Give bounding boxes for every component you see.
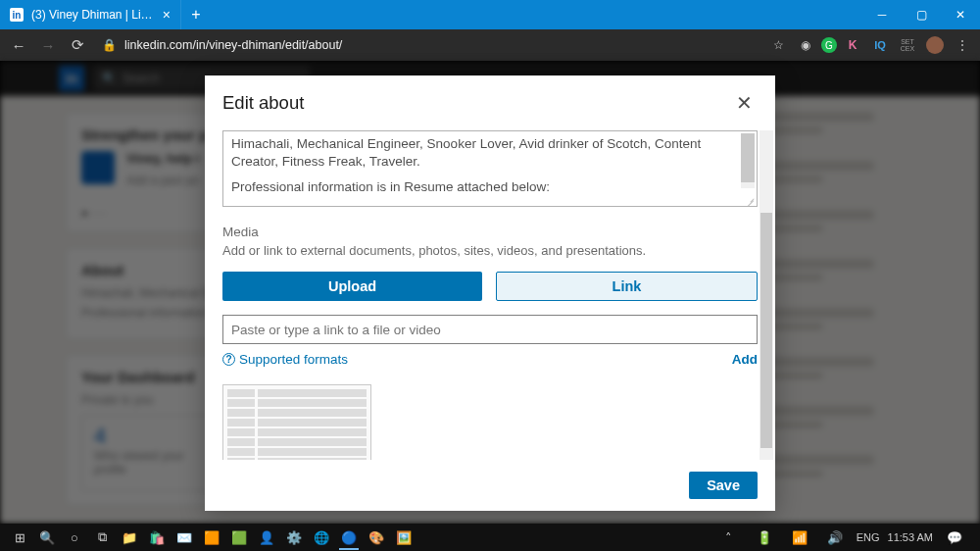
start-button[interactable]: ⊞ — [6, 524, 33, 551]
minimize-button[interactable]: ─ — [862, 0, 902, 29]
upload-button[interactable]: Upload — [222, 272, 482, 301]
browser-menu-icon[interactable]: ⋮ — [951, 33, 974, 57]
summary-text-line2: Professional information is in Resume at… — [231, 178, 737, 196]
cortana-icon[interactable]: ○ — [61, 524, 88, 551]
textarea-resize-handle[interactable] — [743, 192, 757, 206]
photos-icon[interactable]: 🖼️ — [390, 524, 417, 551]
edge-icon[interactable]: 🌐 — [308, 524, 335, 551]
battery-icon[interactable]: 🔋 — [751, 524, 778, 551]
help-icon: ? — [222, 353, 235, 366]
linkedin-favicon: in — [10, 8, 24, 22]
maximize-button[interactable]: ▢ — [902, 0, 941, 29]
system-tray: ˄ 🔋 📶 🔊 ENG 11:53 AM 💬 — [715, 524, 974, 551]
tab-close-icon[interactable]: × — [163, 7, 171, 23]
reload-button[interactable]: ⟳ — [65, 32, 90, 58]
modal-title: Edit about — [222, 92, 304, 114]
settings-icon[interactable]: ⚙️ — [280, 524, 308, 551]
extension-camera-icon[interactable]: ◉ — [794, 33, 817, 57]
store-icon[interactable]: 🛍️ — [143, 524, 171, 551]
tab-title: (3) Viney Dhiman | LinkedIn — [31, 8, 155, 22]
bookmark-star-icon[interactable]: ☆ — [766, 33, 790, 57]
add-link-button[interactable]: Add — [732, 352, 758, 367]
summary-textarea[interactable]: Himachali, Mechanical Engineer, Snooker … — [222, 130, 758, 207]
url-text: linkedin.com/in/viney-dhiman/edit/about/ — [124, 38, 342, 52]
clock[interactable]: 11:53 AM — [888, 531, 933, 543]
extension-iq-icon[interactable]: IQ — [868, 33, 892, 57]
address-bar[interactable]: 🔒 linkedin.com/in/viney-dhiman/edit/abou… — [102, 38, 342, 52]
search-icon[interactable]: 🔍 — [33, 524, 61, 551]
supported-formats-link[interactable]: ? Supported formats — [222, 352, 348, 367]
textarea-scrollbar[interactable] — [741, 133, 755, 188]
window-titlebar: in (3) Viney Dhiman | LinkedIn × + ─ ▢ ✕ — [0, 0, 980, 29]
media-section-subtitle: Add or link to external documents, photo… — [222, 243, 758, 258]
forward-button[interactable]: → — [35, 32, 61, 58]
link-url-input[interactable] — [222, 315, 758, 344]
back-button[interactable]: ← — [6, 32, 31, 58]
file-explorer-icon[interactable]: 📁 — [116, 524, 143, 551]
edit-about-modal: Edit about ✕ Himachali, Mechanical Engin… — [205, 75, 775, 511]
notifications-icon[interactable]: 💬 — [941, 524, 968, 551]
modal-scrollbar[interactable] — [760, 130, 773, 460]
browser-tab[interactable]: in (3) Viney Dhiman | LinkedIn × — [0, 0, 181, 29]
windows-taskbar: ⊞ 🔍 ○ ⧉ 📁 🛍️ ✉️ 🟧 🟩 👤 ⚙️ 🌐 🔵 🎨 🖼️ ˄ 🔋 📶 … — [0, 524, 980, 551]
link-button[interactable]: Link — [496, 272, 758, 301]
media-section-label: Media — [222, 225, 758, 239]
task-view-icon[interactable]: ⧉ — [88, 524, 116, 551]
extension-k-icon[interactable]: K — [841, 33, 864, 57]
media-attachment-preview[interactable] — [222, 384, 371, 460]
close-icon[interactable]: ✕ — [730, 89, 758, 117]
language-indicator[interactable]: ENG — [857, 531, 880, 543]
tray-chevron-icon[interactable]: ˄ — [715, 524, 743, 551]
chrome-icon[interactable]: 🔵 — [335, 524, 363, 551]
lock-icon: 🔒 — [102, 38, 117, 52]
save-button[interactable]: Save — [689, 472, 758, 499]
window-controls: ─ ▢ ✕ — [862, 0, 980, 29]
new-tab-button[interactable]: + — [181, 6, 211, 24]
profile-avatar[interactable] — [923, 33, 947, 57]
wifi-icon[interactable]: 📶 — [786, 524, 813, 551]
summary-text-line1: Himachali, Mechanical Engineer, Snooker … — [231, 135, 737, 171]
app-icon-2[interactable]: 🟩 — [225, 524, 253, 551]
browser-toolbar: ← → ⟳ 🔒 linkedin.com/in/viney-dhiman/edi… — [0, 29, 980, 61]
app-icon-3[interactable]: 👤 — [253, 524, 280, 551]
app-icon-1[interactable]: 🟧 — [198, 524, 225, 551]
close-window-button[interactable]: ✕ — [941, 0, 980, 29]
extension-grammarly-icon[interactable]: G — [821, 37, 837, 53]
mail-icon[interactable]: ✉️ — [171, 524, 198, 551]
modal-header: Edit about ✕ — [205, 75, 775, 130]
volume-icon[interactable]: 🔊 — [821, 524, 849, 551]
paint-icon[interactable]: 🎨 — [363, 524, 390, 551]
extension-setcex-icon[interactable]: SETCEX — [896, 33, 919, 57]
